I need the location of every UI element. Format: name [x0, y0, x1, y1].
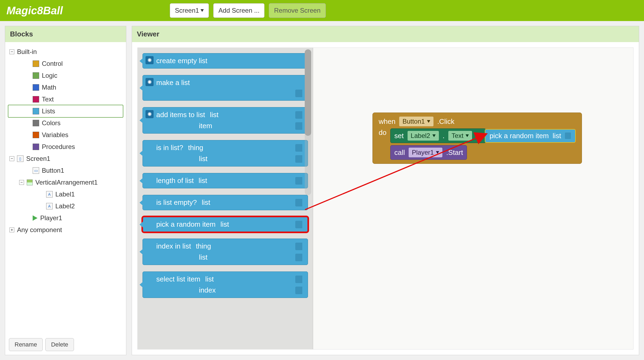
block-row: create empty list	[156, 57, 302, 65]
input-slot[interactable]	[565, 133, 571, 139]
blocks-panel: Blocks − Built-in ControlLogicMathTextLi…	[5, 26, 126, 355]
input-slot[interactable]	[295, 144, 302, 152]
gear-icon[interactable]	[145, 110, 154, 118]
list-block[interactable]: pick a random itemlist	[143, 217, 308, 232]
category-text[interactable]: Text	[8, 93, 123, 105]
input-slot[interactable]	[295, 122, 302, 130]
input-slot[interactable]	[295, 287, 302, 294]
category-label: Procedures	[42, 143, 75, 151]
color-swatch	[33, 144, 39, 150]
tree-label2[interactable]: A Label2	[8, 200, 123, 212]
pick-random-item-block[interactable]: pick a random item list	[485, 129, 576, 143]
collapse-icon[interactable]: −	[19, 180, 24, 185]
collapse-icon[interactable]: −	[9, 156, 14, 161]
block-arg-label: list	[199, 176, 207, 185]
list-block[interactable]: make a list	[143, 75, 308, 101]
category-math[interactable]: Math	[8, 81, 123, 93]
tree-player1[interactable]: Player1	[8, 212, 123, 224]
chevron-down-icon	[466, 134, 469, 137]
list-block[interactable]: length of listlist	[143, 173, 308, 188]
block-row: item	[156, 122, 302, 130]
tree-vertical-arrangement[interactable]: − VerticalArrangement1	[8, 176, 123, 188]
color-swatch	[33, 96, 39, 103]
block-row: select list itemlist	[156, 275, 302, 283]
input-slot[interactable]	[295, 155, 302, 163]
chevron-down-icon	[201, 9, 204, 12]
color-swatch	[33, 120, 39, 126]
when-event-block[interactable]: when Button1 .Click do set	[372, 113, 582, 164]
input-slot[interactable]	[295, 177, 302, 185]
color-swatch	[33, 60, 39, 67]
input-slot[interactable]	[295, 90, 302, 97]
delete-button[interactable]: Delete	[45, 338, 74, 351]
set-property-block[interactable]: set Label2 . Text	[390, 128, 486, 143]
list-block[interactable]: index in listthinglist	[143, 239, 308, 265]
collapse-icon[interactable]: −	[9, 49, 14, 54]
block-arg-label: list	[199, 155, 208, 163]
category-label: Text	[42, 96, 54, 103]
tree-label1[interactable]: A Label1	[8, 188, 123, 200]
category-label: Control	[42, 60, 63, 67]
category-logic[interactable]: Logic	[8, 70, 123, 81]
component-dropdown[interactable]: Label2	[408, 131, 439, 141]
input-slot[interactable]	[295, 221, 302, 228]
gear-icon[interactable]	[145, 56, 154, 64]
block-arg-label: thing	[196, 242, 211, 250]
blocks-panel-title: Blocks	[5, 26, 126, 42]
tree-any-component[interactable]: + Any component	[8, 224, 123, 236]
screen-selector-button[interactable]: Screen1	[170, 3, 209, 18]
dropdown-label: Text	[452, 132, 463, 140]
add-screen-button[interactable]: Add Screen ...	[213, 3, 265, 18]
category-control[interactable]: Control	[8, 58, 123, 70]
category-colors[interactable]: Colors	[8, 117, 123, 129]
do-keyword: do	[379, 128, 387, 137]
block-notch	[140, 221, 143, 228]
blocks-flyout: create empty listmake a listadd items to…	[138, 48, 313, 349]
tree-button1[interactable]: ▭ Button1	[8, 165, 123, 176]
input-slot[interactable]	[295, 199, 302, 206]
label-icon: A	[46, 191, 53, 198]
category-variables[interactable]: Variables	[8, 129, 123, 141]
block-arg-label: list	[199, 253, 208, 261]
input-slot[interactable]	[295, 276, 302, 283]
category-lists[interactable]: Lists	[8, 105, 123, 117]
list-block[interactable]: create empty list	[143, 53, 308, 69]
list-block[interactable]: add items to listlistitem	[143, 107, 308, 134]
rename-button[interactable]: Rename	[9, 338, 43, 351]
component-dropdown[interactable]: Player1	[409, 148, 442, 157]
workspace-block-group[interactable]: when Button1 .Click do set	[372, 113, 582, 164]
input-slot[interactable]	[295, 111, 302, 119]
block-text: create empty list	[156, 57, 207, 65]
remove-screen-button[interactable]: Remove Screen	[269, 3, 326, 18]
block-row: is in list?thing	[156, 144, 302, 152]
block-notch	[140, 199, 143, 206]
tree-screen1[interactable]: − ▯ Screen1	[8, 153, 123, 165]
block-arg-label: thing	[188, 144, 203, 152]
property-dropdown[interactable]: Text	[448, 131, 472, 141]
block-text: is in list?	[156, 144, 183, 152]
input-slot[interactable]	[295, 243, 302, 250]
flyout-scrollbar[interactable]	[305, 49, 311, 195]
tree-builtin[interactable]: − Built-in	[8, 46, 123, 58]
category-label: Logic	[42, 72, 57, 79]
input-slot[interactable]	[295, 254, 302, 261]
category-procedures[interactable]: Procedures	[8, 141, 123, 153]
color-swatch	[33, 84, 39, 91]
component-dropdown[interactable]: Button1	[399, 117, 433, 126]
list-block[interactable]: select list itemlistindex	[143, 271, 308, 298]
expand-icon[interactable]: +	[9, 227, 14, 232]
block-row	[156, 90, 302, 97]
block-text: pick a random item	[490, 132, 549, 140]
block-notch	[140, 58, 143, 64]
method-name: .Start	[446, 148, 463, 157]
list-block[interactable]: is list empty?list	[143, 195, 308, 210]
block-row: make a list	[156, 79, 302, 87]
block-arg: list	[553, 132, 561, 140]
call-method-block[interactable]: call Player1 .Start	[390, 145, 467, 160]
viewer-canvas[interactable]: create empty listmake a listadd items to…	[137, 47, 633, 349]
list-block[interactable]: is in list?thinglist	[143, 140, 308, 167]
gear-icon[interactable]	[145, 78, 154, 86]
block-row: is list empty?list	[156, 198, 302, 207]
scrollbar-thumb[interactable]	[305, 49, 311, 136]
block-arg-label: item	[199, 122, 212, 130]
